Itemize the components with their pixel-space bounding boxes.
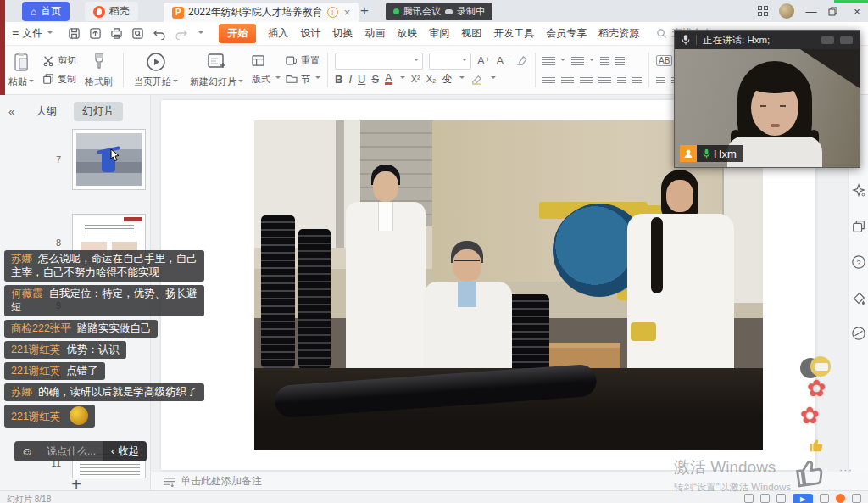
bullet-list-button[interactable] — [542, 52, 565, 70]
app-grid-icon[interactable] — [758, 6, 768, 16]
play-from-current-button[interactable]: 当页开始 — [131, 49, 181, 91]
header-control-blob[interactable] — [840, 36, 853, 44]
paint-bucket-icon[interactable] — [851, 290, 866, 305]
tab-docer[interactable]: 稻壳 — [85, 2, 138, 21]
outline-tab[interactable]: 大纲 — [27, 102, 65, 121]
chat-input-bar: ☺ 说点什么... ‹ 收起 — [14, 441, 147, 461]
menu-file[interactable]: ≡ 文件 — [12, 26, 53, 41]
reading-view-button[interactable] — [776, 494, 786, 503]
tencent-meeting-pill[interactable]: 腾讯会议 录制中 — [386, 3, 492, 20]
mouse-cursor — [110, 148, 120, 162]
reset-button[interactable]: 重置 — [286, 52, 320, 70]
header-control-blob[interactable] — [821, 36, 834, 44]
justify-button[interactable] — [598, 75, 611, 84]
text-effect-button[interactable]: 变 — [442, 72, 452, 87]
photo-disc-stack-left-2 — [298, 229, 331, 369]
line-spacing-button[interactable] — [632, 75, 642, 84]
close-window-button[interactable]: × — [851, 5, 863, 18]
font-size-select[interactable] — [429, 53, 471, 70]
flower-reaction: ✿ — [807, 375, 826, 402]
new-slide-button[interactable]: 新建幻灯片 — [186, 49, 247, 91]
subscript-button[interactable]: X₂ — [426, 74, 437, 84]
align-left-button[interactable] — [542, 75, 555, 84]
underline-button[interactable]: U — [358, 73, 365, 86]
new-tab-button[interactable]: + — [356, 3, 373, 20]
section-button[interactable]: 节 — [286, 70, 320, 89]
increase-indent-button[interactable] — [615, 52, 625, 70]
strikethrough-button[interactable]: S — [371, 73, 379, 86]
menu-tab-animation[interactable]: 动画 — [364, 26, 385, 41]
meeting-reactions: ✿ ✿ ··· — [788, 355, 868, 503]
magic-star-icon[interactable] — [851, 183, 866, 198]
numbered-list-button[interactable] — [571, 52, 594, 70]
menu-tab-insert[interactable]: 插入 — [268, 26, 288, 41]
layers-icon[interactable] — [851, 219, 866, 234]
menu-tab-docer-res[interactable]: 稻壳资源 — [598, 26, 639, 41]
clear-format-icon[interactable] — [515, 55, 528, 66]
italic-button[interactable]: I — [348, 73, 352, 86]
print-icon[interactable] — [110, 27, 123, 40]
normal-view-button[interactable] — [744, 494, 754, 503]
mic-icon — [682, 34, 690, 46]
notes-placeholder: 单击此处添加备注 — [181, 474, 262, 489]
collapse-chat-button[interactable]: ‹ 收起 — [103, 441, 147, 461]
preview-icon[interactable] — [131, 27, 144, 40]
toolbar-options-caret[interactable] — [198, 31, 203, 36]
circle-slash-icon[interactable] — [851, 326, 866, 341]
menu-tab-devtools[interactable]: 开发工具 — [493, 26, 534, 41]
menu-tab-slideshow[interactable]: 放映 — [397, 26, 417, 41]
decrease-font-button[interactable]: A⁻ — [497, 54, 510, 67]
meeting-video-window[interactable]: 正在讲话: Hxm; Hxm — [674, 30, 860, 168]
photo-person-center — [422, 241, 517, 368]
copy-button[interactable]: 复制 — [42, 70, 76, 89]
tab-document[interactable]: P 2022年纺织学院人才培养教育 ! × — [163, 2, 359, 22]
help-icon[interactable]: ? — [851, 254, 866, 270]
export-icon[interactable] — [89, 27, 102, 40]
minimize-button[interactable]: — — [805, 5, 817, 18]
layout-icon-button[interactable] — [252, 52, 281, 70]
video-window-header[interactable]: 正在讲话: Hxm; — [675, 31, 860, 49]
menu-tab-member[interactable]: 会员专享 — [546, 26, 587, 41]
paste-button[interactable]: 粘贴 — [5, 49, 37, 91]
menu-tab-view[interactable]: 视图 — [461, 26, 481, 41]
undo-icon[interactable] — [153, 28, 166, 40]
text-direction-button[interactable]: AB — [656, 55, 672, 66]
increase-font-button[interactable]: A⁺ — [477, 54, 491, 67]
font-color-button[interactable]: A — [385, 73, 392, 85]
menu-tab-design[interactable]: 设计 — [300, 26, 320, 41]
emoji-button[interactable]: ☺ — [14, 441, 40, 461]
layout-button[interactable]: 版式 — [252, 70, 281, 89]
align-right-button[interactable] — [580, 75, 593, 84]
more-reactions-button[interactable]: ··· — [839, 463, 853, 476]
distribute-button[interactable] — [617, 75, 626, 84]
participant-mouth — [771, 124, 780, 127]
decrease-indent-button[interactable] — [600, 52, 609, 70]
sorter-view-button[interactable] — [760, 494, 770, 503]
menu-tab-home[interactable]: 开始 — [219, 24, 256, 43]
menu-tab-review[interactable]: 审阅 — [429, 26, 449, 41]
menu-tab-transition[interactable]: 切换 — [332, 26, 353, 41]
cut-button[interactable]: 剪切 — [42, 52, 76, 70]
highlight-pen-icon[interactable] — [470, 74, 483, 85]
user-avatar[interactable] — [779, 3, 794, 19]
format-painter-button[interactable]: 格式刷 — [81, 49, 116, 91]
thumb7-photo — [76, 133, 142, 186]
superscript-button[interactable]: X² — [411, 74, 420, 84]
row-spacing-button[interactable] — [656, 75, 665, 84]
save-icon[interactable] — [68, 27, 81, 40]
align-center-button[interactable] — [561, 75, 574, 84]
thumbs-up-button[interactable] — [789, 452, 829, 492]
photo-person-left — [339, 165, 432, 368]
font-name-select[interactable] — [335, 53, 423, 70]
tab-home[interactable]: ⌂ 首页 — [22, 2, 70, 21]
mic-on-icon — [703, 148, 710, 159]
redo-icon[interactable] — [175, 28, 188, 40]
slide-thumbnail-7[interactable] — [72, 129, 146, 190]
slides-tab[interactable]: 幻灯片 — [74, 102, 123, 121]
meeting-app-label: 腾讯会议 — [403, 5, 441, 18]
bold-button[interactable]: B — [335, 73, 342, 86]
chat-input-field[interactable]: 说点什么... — [40, 441, 103, 461]
restore-button[interactable] — [828, 7, 840, 16]
close-tab-icon[interactable]: × — [344, 6, 351, 19]
recording-label: 录制中 — [457, 5, 485, 18]
